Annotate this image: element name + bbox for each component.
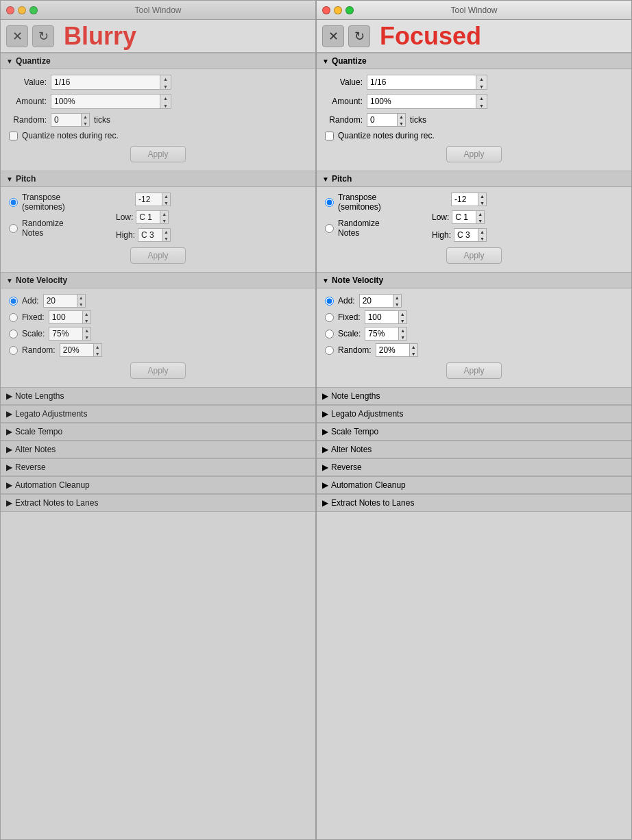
alter-notes-focused[interactable]: ▶ Alter Notes: [317, 441, 631, 458]
random-vel-input[interactable]: [60, 343, 94, 357]
transpose-spinner-focused[interactable]: ▲▼: [478, 193, 487, 206]
reverse-focused[interactable]: ▶ Reverse: [317, 458, 631, 476]
low-input[interactable]: [136, 210, 160, 224]
high-spinner[interactable]: ▲▼: [162, 228, 171, 242]
low-spinner[interactable]: ▲▼: [160, 210, 169, 224]
quantize-apply-blurry[interactable]: Apply: [130, 146, 185, 162]
transpose-value-focused[interactable]: [451, 193, 478, 206]
close-button-focused[interactable]: [322, 6, 330, 14]
fixed-label-focused: Fixed:: [338, 312, 361, 322]
transpose-radio[interactable]: [9, 198, 18, 207]
velocity-title: Note Velocity: [16, 275, 67, 285]
maximize-button-focused[interactable]: [345, 6, 354, 14]
note-lengths-blurry[interactable]: ▶ Note Lengths: [1, 387, 315, 405]
random-vel-radio-focused[interactable]: [325, 346, 334, 355]
refresh-icon[interactable]: ↻: [32, 25, 54, 47]
velocity-apply-focused[interactable]: Apply: [446, 362, 501, 379]
velocity-body-blurry: Add: ▲▼ Fixed: ▲▼ Scale: ▲▼ Random:: [1, 288, 315, 387]
quantize-body-blurry: Value: ▲▼ Amount: ▲▼ Random: ▲▼: [1, 69, 315, 171]
pitch-triangle-focused: ▼: [322, 175, 329, 183]
quantize-checkbox[interactable]: [9, 132, 18, 140]
fixed-spinner-focused[interactable]: ▲▼: [399, 310, 407, 324]
scale-radio-focused[interactable]: [325, 330, 334, 338]
amount-spinner-focused[interactable]: ▲▼: [476, 94, 487, 109]
value-spinner-focused[interactable]: ▲▼: [476, 75, 487, 90]
fixed-spinner[interactable]: ▲▼: [83, 310, 91, 324]
low-input-focused[interactable]: [452, 210, 476, 224]
add-spinner[interactable]: ▲▼: [77, 294, 86, 308]
random-vel-input-focused[interactable]: [376, 343, 410, 357]
fixed-radio-focused[interactable]: [325, 313, 334, 322]
automation-triangle: ▶: [6, 480, 12, 490]
quantize-checkbox-focused[interactable]: [325, 132, 334, 140]
velocity-header-blurry[interactable]: ▼ Note Velocity: [1, 272, 315, 288]
scale-spinner[interactable]: ▲▼: [83, 327, 91, 341]
transpose-spinner[interactable]: ▲▼: [162, 193, 171, 206]
quantize-header-focused[interactable]: ▼ Quantize: [317, 53, 631, 69]
random-input-focused[interactable]: [367, 113, 398, 127]
random-spinner[interactable]: ▲▼: [82, 113, 90, 127]
minimize-button-focused[interactable]: [334, 6, 342, 14]
legato-blurry[interactable]: ▶ Legato Adjustments: [1, 405, 315, 423]
add-input[interactable]: [43, 294, 77, 308]
amount-spinner[interactable]: ▲▼: [160, 94, 171, 109]
amount-input[interactable]: [51, 94, 160, 109]
high-spinner-focused[interactable]: ▲▼: [478, 228, 487, 242]
transpose-radio-focused[interactable]: [325, 198, 334, 207]
pitch-apply-focused[interactable]: Apply: [446, 247, 501, 264]
quantize-apply-focused[interactable]: Apply: [446, 146, 501, 162]
pitch-apply-blurry[interactable]: Apply: [130, 247, 185, 264]
high-input-focused[interactable]: [454, 228, 478, 242]
scale-label: Scale:: [22, 329, 45, 338]
random-input[interactable]: [51, 113, 82, 127]
random-vel-spinner-focused[interactable]: ▲▼: [410, 343, 418, 357]
scale-input-focused[interactable]: [365, 327, 399, 341]
amount-input-focused[interactable]: [367, 94, 476, 109]
random-vel-spinner[interactable]: ▲▼: [94, 343, 102, 357]
add-input-focused[interactable]: [359, 294, 393, 308]
quantize-header-blurry[interactable]: ▼ Quantize: [1, 53, 315, 69]
randomize-radio-focused[interactable]: [325, 224, 334, 233]
pitch-header-blurry[interactable]: ▼ Pitch: [1, 171, 315, 187]
value-spinner[interactable]: ▲▼: [160, 75, 171, 90]
scale-radio[interactable]: [9, 330, 18, 338]
add-spinner-focused[interactable]: ▲▼: [393, 294, 402, 308]
extract-focused[interactable]: ▶ Extract Notes to Lanes: [317, 494, 631, 512]
automation-blurry[interactable]: ▶ Automation Cleanup: [1, 476, 315, 494]
transpose-value-input[interactable]: [135, 193, 162, 206]
fixed-input[interactable]: [49, 310, 83, 324]
wrench-icon[interactable]: ✕: [6, 25, 28, 47]
note-lengths-triangle-focused: ▶: [322, 391, 328, 401]
random-spinner-btn-focused[interactable]: ▲▼: [398, 113, 406, 127]
automation-focused[interactable]: ▶ Automation Cleanup: [317, 476, 631, 494]
velocity-apply-blurry[interactable]: Apply: [130, 362, 185, 379]
extract-blurry[interactable]: ▶ Extract Notes to Lanes: [1, 494, 315, 512]
legato-focused[interactable]: ▶ Legato Adjustments: [317, 405, 631, 423]
add-radio[interactable]: [9, 297, 18, 306]
toolbar-blurry: ✕ ↻ Blurry: [1, 20, 315, 53]
minimize-button[interactable]: [18, 6, 26, 14]
velocity-header-focused[interactable]: ▼ Note Velocity: [317, 272, 631, 288]
value-input-focused[interactable]: [367, 75, 476, 90]
note-lengths-focused[interactable]: ▶ Note Lengths: [317, 387, 631, 405]
value-input[interactable]: [51, 75, 160, 90]
alter-notes-blurry[interactable]: ▶ Alter Notes: [1, 441, 315, 458]
random-vel-radio[interactable]: [9, 346, 18, 355]
close-button[interactable]: [6, 6, 14, 14]
pitch-header-focused[interactable]: ▼ Pitch: [317, 171, 631, 187]
randomize-radio[interactable]: [9, 224, 18, 233]
fixed-radio[interactable]: [9, 313, 18, 322]
scale-input[interactable]: [49, 327, 83, 341]
scale-spinner-focused[interactable]: ▲▼: [399, 327, 407, 341]
wrench-icon-focused[interactable]: ✕: [322, 25, 344, 47]
add-radio-focused[interactable]: [325, 297, 334, 306]
scale-tempo-focused[interactable]: ▶ Scale Tempo: [317, 423, 631, 441]
refresh-icon-focused[interactable]: ↻: [348, 25, 370, 47]
maximize-button[interactable]: [29, 6, 38, 14]
high-input[interactable]: [138, 228, 162, 242]
fixed-input-focused[interactable]: [365, 310, 399, 324]
scale-tempo-blurry[interactable]: ▶ Scale Tempo: [1, 423, 315, 441]
low-spinner-focused[interactable]: ▲▼: [476, 210, 485, 224]
title-bar-blurry: Tool Window: [1, 1, 315, 20]
reverse-blurry[interactable]: ▶ Reverse: [1, 458, 315, 476]
